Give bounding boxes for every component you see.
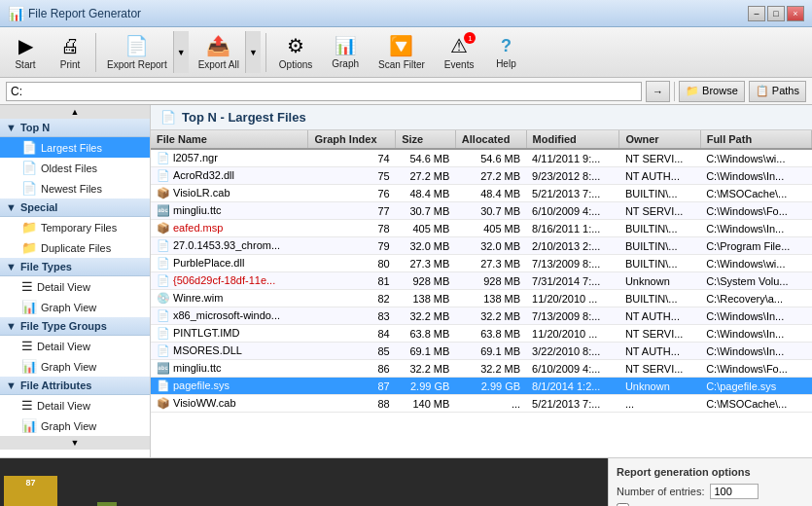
help-button[interactable]: ? Help (484, 32, 527, 73)
cell-modified: 6/10/2009 4:... (526, 360, 619, 378)
table-row[interactable]: 📄PINTLGT.IMD 84 63.8 MB 63.8 MB 11/20/20… (151, 325, 812, 343)
cell-alloc: ... (455, 395, 526, 413)
oldest-files-label: Oldest Files (41, 163, 97, 174)
bottom-panel: 878178 Report generation options Number … (0, 457, 812, 506)
section-file-type-groups[interactable]: ▼ File Type Groups (0, 317, 150, 336)
close-button[interactable]: × (787, 6, 804, 21)
table-row[interactable]: 📦VisioWW.cab 88 140 MB ... 5/21/2013 7:.… (151, 395, 812, 413)
graph-bar[interactable] (97, 502, 117, 506)
options-title: Report generation options (617, 466, 804, 478)
table-row[interactable]: 🔤mingliu.ttc 77 30.7 MB 30.7 MB 6/10/200… (151, 202, 812, 220)
table-row[interactable]: 💿Winre.wim 82 138 MB 138 MB 11/20/2010 .… (151, 290, 812, 307)
cell-owner: BUILTIN\... (619, 290, 700, 307)
scan-filter-button[interactable]: 🔽 Scan Filter (370, 30, 434, 74)
export-all-icon: 📤 (206, 34, 230, 57)
cell-owner: NT AUTH... (619, 167, 700, 185)
table-row[interactable]: 📄{506d29cf-18df-11e... 81 928 MB 928 MB … (151, 272, 812, 290)
export-all-button[interactable]: 📤 Export All ▼ (192, 30, 262, 74)
paths-button[interactable]: 📋 Paths (749, 81, 806, 102)
fa-graph-icon: 📊 (21, 418, 37, 433)
col-size[interactable]: Size (396, 130, 456, 149)
cell-filename: 📄MSORES.DLL (151, 343, 308, 360)
scroll-up-btn[interactable]: ▲ (0, 105, 150, 119)
address-input[interactable] (6, 82, 642, 101)
sidebar-item-fa-graph[interactable]: 📊 Graph View (0, 416, 150, 436)
sidebar-item-largest-files[interactable]: 📄 Largest Files (0, 137, 150, 158)
table-row[interactable]: 📄AcroRd32.dll 75 27.2 MB 27.2 MB 9/23/20… (151, 167, 812, 185)
sidebar-item-filetypes-graph[interactable]: 📊 Graph View (0, 297, 150, 317)
export-all-label: Export All (198, 59, 239, 70)
navigate-button[interactable]: → (646, 81, 670, 102)
section-file-types[interactable]: ▼ File Types (0, 258, 150, 276)
print-button[interactable]: 🖨 Print (49, 31, 91, 74)
options-icon: ⚙ (287, 34, 304, 57)
col-owner[interactable]: Owner (619, 130, 700, 149)
export-report-label: Export Report (107, 59, 167, 70)
export-all-dropdown[interactable]: ▼ (245, 31, 261, 73)
table-row[interactable]: 📦VisioLR.cab 76 48.4 MB 48.4 MB 5/21/201… (151, 185, 812, 202)
start-button[interactable]: ▶ Start (4, 30, 47, 74)
addr-sep (674, 82, 675, 101)
sidebar-item-ftg-detail[interactable]: ☰ Detail View (0, 336, 150, 356)
scroll-down-btn[interactable]: ▼ (0, 436, 150, 450)
cell-owner: NT SERVI... (619, 202, 700, 220)
table-row[interactable]: 📄pagefile.sys 87 2.99 GB 2.99 GB 8/1/201… (151, 378, 812, 395)
col-graph-index[interactable]: Graph Index (308, 130, 396, 149)
sidebar-item-temporary-files[interactable]: 📁 Temporary Files (0, 217, 150, 237)
browse-button[interactable]: 📁 Browse (679, 81, 745, 102)
cell-size: 32.2 MB (396, 307, 456, 325)
export-report-dropdown[interactable]: ▼ (173, 31, 189, 73)
cell-index: 87 (308, 378, 396, 395)
col-fullpath[interactable]: Full Path (700, 130, 811, 149)
section-file-attributes[interactable]: ▼ File Attributes (0, 377, 150, 395)
options-panel: Report generation options Number of entr… (608, 458, 812, 506)
section-ftg-arrow: ▼ (6, 320, 17, 332)
file-table-container[interactable]: File Name Graph Index Size Allocated Mod… (151, 130, 812, 457)
graph-button[interactable]: 📊 Graph (323, 31, 368, 73)
table-row[interactable]: 📄PurblePlace.dll 80 27.3 MB 27.3 MB 7/13… (151, 255, 812, 272)
table-row[interactable]: 📦eafed.msp 78 405 MB 405 MB 8/16/2011 1:… (151, 220, 812, 237)
cell-owner: BUILTIN\... (619, 255, 700, 272)
cell-alloc: 2.99 GB (455, 378, 526, 395)
minimize-button[interactable]: – (748, 6, 765, 21)
cell-index: 83 (308, 307, 396, 325)
cell-index: 74 (308, 149, 396, 167)
table-row[interactable]: 📄l2057.ngr 74 54.6 MB 54.6 MB 4/11/2011 … (151, 149, 812, 167)
col-filename[interactable]: File Name (151, 130, 308, 149)
entries-input[interactable] (710, 484, 759, 499)
section-top-n[interactable]: ▼ Top N (0, 119, 150, 137)
cell-filename: 📄l2057.ngr (151, 149, 308, 167)
options-button[interactable]: ⚙ Options (270, 30, 321, 74)
events-button[interactable]: ⚠ Events 1 (436, 30, 483, 74)
sidebar-item-duplicate-files[interactable]: 📁 Duplicate Files (0, 237, 150, 258)
dup-files-icon: 📁 (21, 240, 37, 255)
col-modified[interactable]: Modified (526, 130, 619, 149)
cell-size: 54.6 MB (396, 149, 456, 167)
cell-path: C:\Recovery\a... (700, 290, 811, 307)
table-row[interactable]: 📄27.0.1453.93_chrom... 79 32.0 MB 32.0 M… (151, 237, 812, 255)
toolbar-sep-2 (265, 33, 266, 72)
cell-path: C:\Windows\In... (700, 220, 811, 237)
ftg-detail-label: Detail View (37, 341, 90, 352)
sidebar-item-newest-files[interactable]: 📄 Newest Files (0, 178, 150, 199)
sidebar-item-fa-detail[interactable]: ☰ Detail View (0, 395, 150, 416)
graph-bar[interactable]: 87 (4, 476, 57, 506)
cell-alloc: 32.0 MB (455, 237, 526, 255)
filetypes-detail-icon: ☰ (21, 279, 33, 294)
table-row[interactable]: 📄MSORES.DLL 85 69.1 MB 69.1 MB 3/22/2010… (151, 343, 812, 360)
events-label: Events (444, 59, 475, 70)
graph-bars-container: 878178 (0, 458, 608, 506)
table-row[interactable]: 🔤mingliu.ttc 86 32.2 MB 32.2 MB 6/10/200… (151, 360, 812, 378)
export-report-button[interactable]: 📄 Export Report ▼ (100, 30, 190, 74)
table-row[interactable]: 📄x86_microsoft-windo... 83 32.2 MB 32.2 … (151, 307, 812, 325)
cell-filename: 📦eafed.msp (151, 220, 308, 237)
maximize-button[interactable]: □ (767, 6, 785, 21)
sidebar-item-ftg-graph[interactable]: 📊 Graph View (0, 356, 150, 377)
col-allocated[interactable]: Allocated (455, 130, 526, 149)
sidebar-item-oldest-files[interactable]: 📄 Oldest Files (0, 158, 150, 178)
cell-size: 140 MB (396, 395, 456, 413)
cell-owner: NT SERVI... (619, 360, 700, 378)
cell-path: C:\pagefile.sys (700, 378, 811, 395)
sidebar-item-filetypes-detail[interactable]: ☰ Detail View (0, 276, 150, 297)
section-special[interactable]: ▼ Special (0, 199, 150, 217)
